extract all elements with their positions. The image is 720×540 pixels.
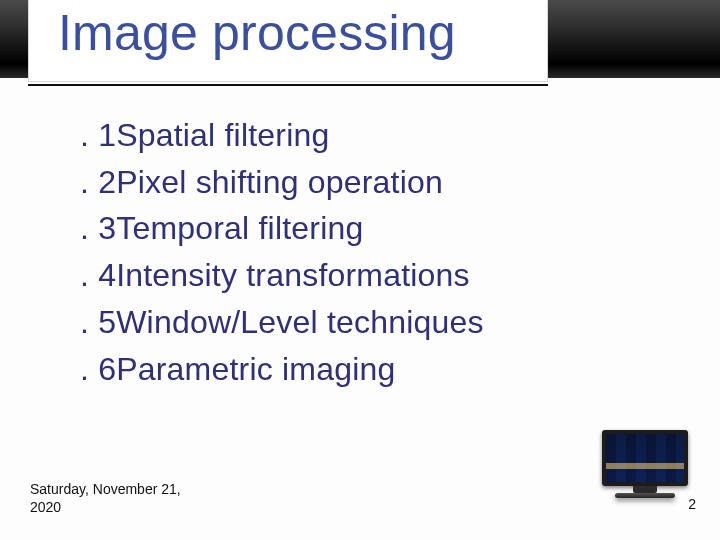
item-number: . 2: [80, 159, 116, 206]
item-number: . 3: [80, 205, 116, 252]
item-text: Window/Level techniques: [116, 304, 483, 340]
item-text: Intensity transformations: [116, 257, 470, 293]
slide: Image processing . 1Spatial filtering . …: [0, 0, 720, 540]
page-title: Image processing: [58, 4, 456, 62]
list-item: . 5Window/Level techniques: [80, 299, 640, 346]
list-item: . 1Spatial filtering: [80, 112, 640, 159]
footer-date: Saturday, November 21, 2020: [30, 481, 190, 516]
item-text: Parametric imaging: [116, 351, 395, 387]
item-number: . 1: [80, 112, 116, 159]
monitor-bezel: [602, 430, 688, 486]
item-number: . 5: [80, 299, 116, 346]
monitor-icon: [602, 430, 688, 496]
list-item: . 2Pixel shifting operation: [80, 159, 640, 206]
list-item: . 3Temporal filtering: [80, 205, 640, 252]
item-text: Pixel shifting operation: [116, 164, 443, 200]
monitor-base: [615, 493, 675, 498]
item-number: . 4: [80, 252, 116, 299]
item-text: Spatial filtering: [116, 117, 329, 153]
outline-list: . 1Spatial filtering . 2Pixel shifting o…: [80, 112, 640, 392]
monitor-stand: [633, 486, 657, 493]
monitor-screen: [606, 434, 684, 482]
title-underline: [28, 84, 548, 86]
item-text: Temporal filtering: [116, 210, 363, 246]
list-item: . 6Parametric imaging: [80, 346, 640, 393]
footer-page-number: 2: [688, 496, 696, 512]
item-number: . 6: [80, 346, 116, 393]
list-item: . 4Intensity transformations: [80, 252, 640, 299]
